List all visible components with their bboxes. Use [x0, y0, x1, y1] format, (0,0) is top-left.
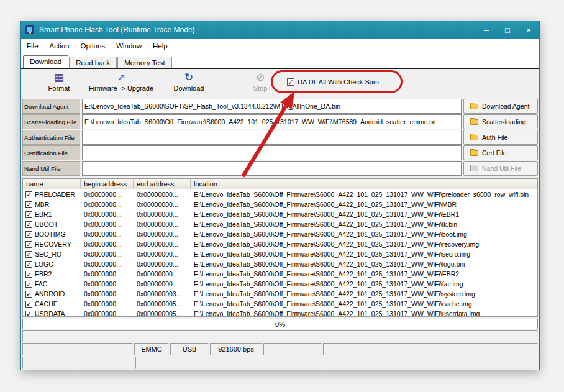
- partition-name: SEC_RO: [35, 250, 61, 258]
- begin-address-cell: 0x0000000...: [81, 309, 134, 317]
- row-checkbox[interactable]: ✓: [25, 201, 32, 208]
- column-header-end-address[interactable]: end address: [134, 179, 191, 189]
- folder-icon: [470, 135, 478, 140]
- table-row-cache[interactable]: ✓CACHE0x0000000...0x000000005...E:\Lenov…: [23, 299, 537, 309]
- location-cell: E:\Lenovo_IdeaTab_S6000\Off_Firmware\S60…: [191, 189, 537, 199]
- scatter-loading-file-input[interactable]: [82, 114, 462, 129]
- location-cell: E:\Lenovo_IdeaTab_S6000\Off_Firmware\S60…: [191, 229, 537, 239]
- menu-item-options[interactable]: Options: [75, 42, 111, 50]
- row-checkbox[interactable]: ✓: [25, 281, 32, 288]
- begin-address-cell: 0x0000000...: [81, 289, 134, 299]
- row-checkbox[interactable]: ✓: [25, 231, 32, 238]
- begin-address-cell: 0x0000000...: [81, 279, 134, 289]
- row-checkbox[interactable]: ✓: [25, 311, 32, 317]
- tool-label: Download: [174, 84, 204, 92]
- table-row-recovery[interactable]: ✓RECOVERY0x0000000...0x00000000...E:\Len…: [23, 239, 537, 249]
- tool-label: Stop: [253, 84, 268, 92]
- checksum-checkbox[interactable]: ✓: [287, 78, 294, 86]
- field-row-authentication-file: Authentication FileAuth File: [22, 130, 538, 145]
- download-agent-button[interactable]: Download Agent: [463, 99, 538, 114]
- row-checkbox[interactable]: ✓: [25, 251, 32, 258]
- firmware-upgrade-button[interactable]: ↗Firmware -> Upgrade: [87, 71, 155, 92]
- table-row-fac[interactable]: ✓FAC0x0000000...0x00000000...E:\Lenovo_I…: [23, 279, 537, 289]
- table-row-logo[interactable]: ✓LOGO0x0000000...0x00000000...E:\Lenovo_…: [23, 259, 537, 269]
- location-cell: E:\Lenovo_IdeaTab_S6000\Off_Firmware\S60…: [191, 299, 537, 309]
- status-cell: [135, 357, 321, 369]
- status-cell: [263, 343, 322, 355]
- table-row-preloader[interactable]: ✓PRELOADER0x0000000...0x00000000...E:\Le…: [23, 189, 537, 199]
- table-row-usrdata[interactable]: ✓USRDATA0x0000000...0x000000005...E:\Len…: [23, 309, 537, 317]
- name-cell: ✓CACHE: [23, 299, 81, 309]
- partition-name: EBR1: [35, 211, 52, 218]
- table-row-ebr1[interactable]: ✓EBR10x0000000...0x00000000...E:\Lenovo_…: [23, 209, 537, 219]
- partition-name: LOGO: [35, 260, 53, 268]
- row-checkbox[interactable]: ✓: [25, 241, 32, 248]
- tab-memory-test[interactable]: Memory Test: [117, 57, 172, 68]
- nand-util-file-input[interactable]: [82, 161, 462, 176]
- status-cell: [322, 357, 538, 369]
- partition-name: USRDATA: [35, 310, 65, 317]
- table-row-sec-ro[interactable]: ✓SEC_RO0x0000000...0x00000000...E:\Lenov…: [23, 249, 537, 259]
- firmware-upgrade-icon: ↗: [117, 71, 125, 84]
- window-title: Smart Phone Flash Tool (Runtime Trace Mo…: [39, 25, 476, 34]
- begin-address-cell: 0x0000000...: [81, 209, 134, 219]
- download-agent-input[interactable]: [82, 99, 462, 114]
- table-row-bootimg[interactable]: ✓BOOTIMG0x0000000...0x00000000...E:\Leno…: [23, 229, 537, 239]
- cert-file-button[interactable]: Cert File: [463, 145, 538, 160]
- menu-item-help[interactable]: Help: [147, 42, 173, 50]
- auth-file-button[interactable]: Auth File: [463, 130, 538, 145]
- row-checkbox[interactable]: ✓: [25, 261, 32, 268]
- checksum-label: DA DL All With Check Sum: [298, 78, 379, 86]
- column-header-begin-address[interactable]: begin address: [81, 179, 134, 189]
- scatter-loading-file-label: Scatter-loading File: [22, 114, 80, 129]
- end-address-cell: 0x000000005...: [134, 299, 191, 309]
- tab-download[interactable]: Download: [23, 55, 68, 68]
- begin-address-cell: 0x0000000...: [81, 189, 134, 199]
- end-address-cell: 0x00000000...: [134, 199, 191, 209]
- row-checkbox[interactable]: ✓: [25, 271, 32, 278]
- partition-name: PRELOADER: [35, 191, 75, 198]
- title-bar: Smart Phone Flash Tool (Runtime Trace Mo…: [21, 21, 539, 39]
- certification-file-input[interactable]: [82, 145, 462, 160]
- file-btn-label: Scatter-loading: [482, 118, 526, 125]
- table-row-mbr[interactable]: ✓MBR0x0000000...0x00000000...E:\Lenovo_I…: [23, 199, 537, 209]
- download-agent-label: Download Agent: [22, 99, 80, 114]
- begin-address-cell: 0x0000000...: [81, 199, 134, 209]
- table-row-uboot[interactable]: ✓UBOOT0x0000000...0x00000000...E:\Lenovo…: [23, 219, 537, 229]
- table-row-ebr2[interactable]: ✓EBR20x0000000...0x00000000...E:\Lenovo_…: [23, 269, 537, 279]
- authentication-file-input[interactable]: [82, 130, 462, 145]
- table-body: ✓PRELOADER0x0000000...0x00000000...E:\Le…: [23, 189, 537, 317]
- row-checkbox[interactable]: ✓: [25, 291, 32, 298]
- table-row-android[interactable]: ✓ANDROID0x0000000...0x000000003...E:\Len…: [23, 289, 537, 299]
- name-cell: ✓EBR2: [23, 269, 81, 279]
- file-btn-label: Cert File: [482, 149, 507, 157]
- end-address-cell: 0x00000000...: [134, 209, 191, 219]
- close-button[interactable]: ×: [518, 21, 539, 39]
- menu-item-window[interactable]: Window: [111, 42, 147, 50]
- scatter-loading-button[interactable]: Scatter-loading: [463, 114, 538, 129]
- menu-item-action[interactable]: Action: [44, 42, 75, 50]
- location-cell: E:\Lenovo_IdeaTab_S6000\Off_Firmware\S60…: [191, 239, 537, 249]
- menu-bar: FileActionOptionsWindowHelp: [21, 39, 539, 53]
- row-checkbox[interactable]: ✓: [25, 301, 32, 308]
- maximize-button[interactable]: □: [497, 21, 518, 39]
- folder-icon: [470, 119, 478, 125]
- menu-item-file[interactable]: File: [21, 42, 44, 50]
- begin-address-cell: 0x0000000...: [81, 269, 134, 279]
- column-header-location[interactable]: location: [191, 179, 537, 189]
- minimize-button[interactable]: –: [476, 21, 497, 39]
- column-header-name[interactable]: name: [23, 179, 81, 189]
- row-checkbox[interactable]: ✓: [25, 221, 32, 228]
- name-cell: ✓ANDROID: [23, 289, 81, 299]
- tab-read-back[interactable]: Read back: [69, 57, 117, 68]
- row-checkbox[interactable]: ✓: [25, 191, 32, 198]
- download-button[interactable]: ↻Download: [164, 71, 214, 92]
- name-cell: ✓BOOTIMG: [23, 229, 81, 239]
- status-cell: [22, 357, 75, 369]
- format-button[interactable]: ▦Format: [35, 71, 83, 92]
- row-checkbox[interactable]: ✓: [25, 211, 32, 218]
- status-cell: [76, 357, 134, 369]
- name-cell: ✓MBR: [23, 199, 81, 209]
- location-cell: E:\Lenovo_IdeaTab_S6000\Off_Firmware\S60…: [191, 309, 537, 317]
- folder-icon: [470, 150, 478, 156]
